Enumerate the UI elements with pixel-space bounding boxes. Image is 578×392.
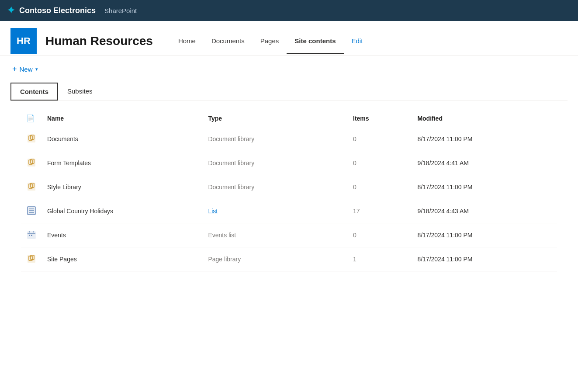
table-row: Documents Document library 0 8/17/2024 1…: [21, 127, 557, 151]
item-count: 1: [353, 256, 356, 263]
brand-logo: ✦ Contoso Electronics: [7, 5, 96, 16]
site-navigation: Home Documents Pages Site contents Edit: [170, 26, 370, 56]
row-name-cell: Global Country Holidays: [42, 199, 203, 223]
item-type-icon: [26, 157, 37, 168]
nav-item-home[interactable]: Home: [170, 28, 204, 54]
row-type-cell: Events list: [203, 223, 348, 247]
table-header-row: 📄 Name Type Items Modified: [21, 110, 557, 127]
row-icon-cell: [21, 127, 42, 151]
row-name-cell: Style Library: [42, 175, 203, 199]
content-area: 📄 Name Type Items Modified Documents Doc…: [0, 110, 578, 271]
row-name-cell: Events: [42, 223, 203, 247]
table-row: Form Templates Document library 0 9/18/2…: [21, 151, 557, 175]
row-items-cell: 0: [348, 151, 412, 175]
item-count: 17: [353, 208, 360, 215]
site-title: Human Resources: [45, 34, 153, 48]
table-row: Site Pages Page library 1 8/17/2024 11:0…: [21, 247, 557, 271]
type-text: Page library: [208, 256, 241, 263]
row-modified-cell: 8/17/2024 11:00 PM: [412, 223, 557, 247]
nav-item-pages[interactable]: Pages: [253, 28, 287, 54]
svg-rect-18: [29, 235, 30, 236]
item-name-link[interactable]: Style Library: [47, 184, 81, 191]
modified-date: 8/17/2024 11:00 PM: [417, 184, 472, 191]
type-text: Document library: [208, 135, 254, 142]
nav-item-documents[interactable]: Documents: [204, 28, 253, 54]
row-items-cell: 0: [348, 223, 412, 247]
item-count: 0: [353, 184, 356, 191]
modified-date: 8/17/2024 11:00 PM: [417, 135, 472, 142]
row-modified-cell: 8/17/2024 11:00 PM: [412, 127, 557, 151]
svg-rect-19: [31, 235, 32, 236]
item-name-link[interactable]: Global Country Holidays: [47, 208, 113, 215]
row-type-cell: Document library: [203, 127, 348, 151]
row-icon-cell: [21, 223, 42, 247]
row-modified-cell: 9/18/2024 4:43 AM: [412, 199, 557, 223]
row-type-cell: Document library: [203, 151, 348, 175]
item-name-link[interactable]: Events: [47, 232, 66, 239]
tabs-divider: [10, 101, 568, 101]
tab-subsites[interactable]: Subsites: [58, 83, 102, 101]
modified-date: 9/18/2024 4:43 AM: [417, 208, 469, 215]
item-name-link[interactable]: Documents: [47, 135, 78, 142]
type-link[interactable]: List: [208, 208, 218, 215]
type-text: Document library: [208, 184, 254, 191]
site-contents-table: 📄 Name Type Items Modified Documents Doc…: [21, 110, 557, 271]
app-name: SharePoint: [104, 7, 137, 14]
tab-contents[interactable]: Contents: [10, 83, 58, 101]
modified-date: 8/17/2024 11:00 PM: [417, 232, 472, 239]
col-header-items: Items: [348, 110, 412, 127]
row-icon-cell: [21, 175, 42, 199]
brand-name: Contoso Electronics: [19, 6, 96, 15]
row-icon-cell: [21, 151, 42, 175]
item-type-icon: [26, 253, 37, 264]
tabs-row: Contents Subsites: [10, 83, 568, 101]
col-header-modified: Modified: [412, 110, 557, 127]
type-text: Events list: [208, 232, 236, 239]
site-logo-text: HR: [17, 35, 31, 47]
top-navigation-bar: ✦ Contoso Electronics SharePoint: [0, 0, 578, 21]
row-name-cell: Site Pages: [42, 247, 203, 271]
site-logo: HR: [10, 28, 37, 54]
item-name-link[interactable]: Site Pages: [47, 256, 77, 263]
nav-item-edit[interactable]: Edit: [344, 28, 371, 54]
row-name-cell: Form Templates: [42, 151, 203, 175]
item-type-icon: [26, 133, 37, 144]
row-modified-cell: 9/18/2024 4:41 AM: [412, 151, 557, 175]
type-text: Document library: [208, 160, 254, 167]
row-items-cell: 17: [348, 199, 412, 223]
site-header: HR Human Resources Home Documents Pages …: [0, 21, 578, 56]
row-icon-cell: [21, 199, 42, 223]
item-count: 0: [353, 232, 356, 239]
item-type-icon: [26, 181, 37, 192]
tabs-section: Contents Subsites: [0, 83, 578, 101]
modified-date: 8/17/2024 11:00 PM: [417, 256, 472, 263]
chevron-down-icon: ▾: [35, 66, 38, 72]
row-type-cell: List: [203, 199, 348, 223]
row-name-cell: Documents: [42, 127, 203, 151]
modified-date: 9/18/2024 4:41 AM: [417, 160, 469, 167]
new-button[interactable]: + New ▾: [10, 62, 40, 76]
toolbar: + New ▾: [0, 56, 578, 83]
row-items-cell: 1: [348, 247, 412, 271]
item-type-icon: [26, 205, 37, 216]
row-modified-cell: 8/17/2024 11:00 PM: [412, 175, 557, 199]
item-type-icon: [26, 229, 37, 240]
item-count: 0: [353, 135, 356, 142]
item-name-link[interactable]: Form Templates: [47, 160, 91, 167]
row-items-cell: 0: [348, 127, 412, 151]
row-modified-cell: 8/17/2024 11:00 PM: [412, 247, 557, 271]
col-header-icon: 📄: [21, 110, 42, 127]
col-header-name: Name: [42, 110, 203, 127]
nav-item-site-contents[interactable]: Site contents: [287, 28, 343, 54]
row-items-cell: 0: [348, 175, 412, 199]
table-row: Events Events list 0 8/17/2024 11:00 PM: [21, 223, 557, 247]
new-label: New: [20, 66, 33, 73]
table-row: Global Country Holidays List 17 9/18/202…: [21, 199, 557, 223]
row-icon-cell: [21, 247, 42, 271]
row-type-cell: Page library: [203, 247, 348, 271]
table-row: Style Library Document library 0 8/17/20…: [21, 175, 557, 199]
row-type-cell: Document library: [203, 175, 348, 199]
col-header-type: Type: [203, 110, 348, 127]
item-count: 0: [353, 160, 356, 167]
plus-icon: +: [12, 65, 17, 74]
